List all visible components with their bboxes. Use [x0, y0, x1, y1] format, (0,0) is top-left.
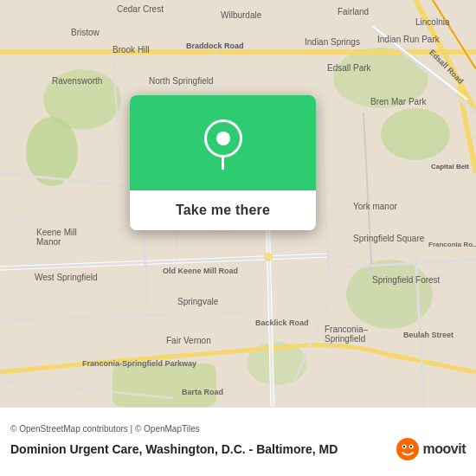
svg-point-3 — [333, 48, 428, 108]
popup-header — [130, 95, 316, 190]
map-container: Cedar Crest Wilburdale Fairland Lincolni… — [0, 0, 476, 407]
svg-point-37 — [402, 446, 404, 447]
bottom-bar: © OpenStreetMap contributors | © OpenMap… — [0, 407, 476, 476]
pin-dot — [216, 132, 230, 145]
moovit-logo: moovit — [396, 437, 466, 461]
location-name: Dominion Urgent Care, Washington, D.C. -… — [10, 442, 396, 456]
copyright-text: © OpenStreetMap contributors | © OpenMap… — [10, 424, 466, 434]
pin-tail — [222, 158, 224, 170]
location-name-row: Dominion Urgent Care, Washington, D.C. -… — [10, 437, 466, 461]
take-me-there-button[interactable]: Take me there — [130, 190, 316, 230]
svg-point-34 — [396, 438, 419, 460]
popup-card: Take me there — [130, 95, 316, 230]
location-pin — [204, 119, 242, 166]
pin-circle — [204, 119, 242, 158]
svg-rect-7 — [113, 363, 216, 407]
svg-point-32 — [264, 253, 273, 261]
svg-point-4 — [381, 108, 450, 160]
moovit-icon — [396, 437, 420, 461]
moovit-text: moovit — [423, 441, 466, 457]
svg-point-38 — [409, 446, 411, 447]
